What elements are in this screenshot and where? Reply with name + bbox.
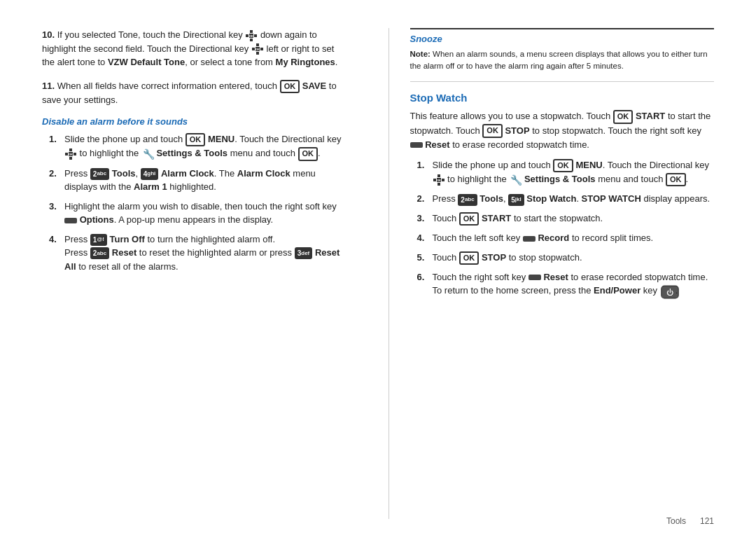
ok-sw-start: OK	[459, 212, 479, 226]
stopwatch-intro: This feature allows you to use a stopwat…	[410, 109, 715, 151]
disable-heading: Disable an alarm before it sounds	[42, 116, 346, 127]
disable-step-4: 4. Press 1@! Turn Off to turn the highli…	[49, 233, 346, 274]
snooze-note: Note: When an alarm sounds, a menu scree…	[410, 48, 715, 71]
key-2abc-2: 2abc	[90, 247, 109, 259]
directional-key-icon: OK	[245, 29, 258, 42]
svg-rect-20	[438, 183, 440, 186]
snooze-title: Snooze	[410, 34, 715, 44]
svg-text:OK: OK	[255, 48, 260, 51]
disable-step-2: 2. Press 2abc Tools, 4ghi Alarm Clock. T…	[49, 167, 346, 194]
my-ringtones: My Ringtones	[276, 57, 335, 67]
svg-rect-9	[260, 48, 263, 50]
ok-btn-1b: OK	[298, 147, 318, 160]
options-soft-key	[64, 218, 77, 223]
dir-key-sw-1: OK	[433, 174, 445, 186]
reset-soft-key-intro	[410, 142, 423, 148]
wrench-icon: 🔧	[141, 148, 154, 160]
item-10: 10. If you selected Tone, touch the Dire…	[42, 28, 346, 69]
page-footer: Tools 121	[666, 516, 714, 526]
ok-menu-sw: OK	[553, 159, 573, 172]
item-11-number: 11.	[42, 81, 55, 91]
key-5jkl: 5jkl	[508, 194, 524, 206]
svg-rect-15	[74, 153, 76, 155]
svg-rect-22	[442, 179, 444, 181]
vzw-default-tone: VZW Default Tone	[108, 57, 185, 67]
svg-text:🔧: 🔧	[143, 148, 154, 160]
disable-steps-list: 1. Slide the phone up and touch OK MENU.…	[49, 132, 346, 273]
save-label: SAVE	[302, 81, 326, 91]
note-label: Note:	[410, 50, 430, 58]
svg-text:OK: OK	[437, 178, 441, 181]
disable-step-3: 3. Highlight the alarm you wish to disab…	[49, 200, 346, 227]
dir-key-icon-3: OK	[64, 148, 77, 160]
sw-step-4: 4. Touch the left soft key Record to rec…	[417, 231, 715, 245]
directional-key-icon-2: OK	[251, 43, 264, 55]
svg-rect-0	[250, 30, 253, 33]
key-2abc-sw: 2abc	[458, 194, 477, 206]
ok-start-btn: OK	[613, 110, 634, 123]
svg-rect-13	[69, 157, 72, 160]
key-1: 1@!	[90, 234, 107, 246]
svg-text:OK: OK	[69, 153, 73, 156]
svg-rect-21	[433, 179, 436, 181]
wrench-icon-sw: 🔧	[509, 174, 522, 186]
svg-rect-6	[256, 43, 259, 46]
item-11: 11. When all fields have correct informa…	[42, 79, 346, 107]
svg-rect-2	[246, 34, 248, 37]
svg-rect-7	[256, 52, 259, 55]
left-column: 10. If you selected Tone, touch the Dire…	[42, 28, 360, 519]
svg-text:⏻: ⏻	[666, 289, 673, 296]
item-10-number: 10.	[42, 29, 55, 40]
svg-rect-3	[254, 34, 257, 37]
svg-rect-8	[252, 48, 255, 50]
footer-page-number: 121	[700, 516, 714, 526]
key-3def: 3def	[295, 247, 313, 259]
sw-step-2: 2. Press 2abc Tools, 5jkl Stop Watch. ST…	[417, 192, 715, 206]
ok-sw-stop: OK	[459, 251, 479, 265]
svg-rect-1	[250, 39, 253, 41]
svg-rect-14	[65, 153, 68, 155]
stopwatch-heading: Stop Watch	[410, 92, 715, 104]
sw-step-1: 1. Slide the phone up and touch OK MENU.…	[417, 158, 715, 186]
key-2abc: 2abc	[90, 168, 109, 180]
footer-section: Tools	[666, 516, 686, 526]
snooze-box: Snooze Note: When an alarm sounds, a men…	[410, 28, 715, 82]
sw-step-6: 6. Touch the right soft key Reset to era…	[417, 270, 715, 298]
key-4ghi: 4ghi	[141, 168, 159, 180]
reset-soft-key-sw	[528, 275, 541, 280]
sw-step-3: 3. Touch OK START to start the stopwatch…	[417, 212, 715, 226]
sw-step-5: 5. Touch OK STOP to stop stopwatch.	[417, 251, 715, 265]
svg-rect-12	[69, 148, 72, 151]
record-soft-key	[523, 236, 536, 242]
item-10-text: 10. If you selected Tone, touch the Dire…	[42, 28, 346, 69]
item-11-text: 11. When all fields have correct informa…	[42, 79, 346, 107]
ok-save-button: OK	[280, 80, 300, 93]
ok-btn-1: OK	[186, 133, 206, 146]
svg-text:🔧: 🔧	[510, 174, 522, 186]
ok-stop-btn: OK	[482, 124, 503, 137]
disable-step-1: 1. Slide the phone up and touch OK MENU.…	[49, 132, 346, 160]
endpower-key-icon: ⏻	[660, 285, 676, 298]
stopwatch-steps-list: 1. Slide the phone up and touch OK MENU.…	[417, 158, 715, 298]
ok-sw-1b: OK	[666, 173, 686, 186]
right-column: Snooze Note: When an alarm sounds, a men…	[388, 28, 715, 519]
svg-text:OK: OK	[249, 34, 253, 37]
svg-rect-19	[438, 174, 440, 177]
